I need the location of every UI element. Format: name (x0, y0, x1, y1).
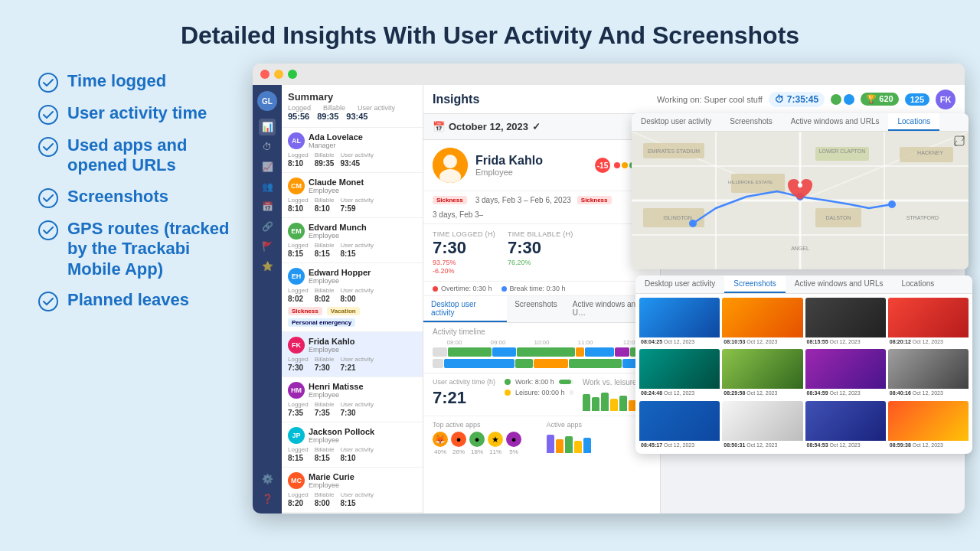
sidebar-icon-calendar[interactable]: 📅 (259, 198, 276, 215)
screenshot-thumb[interactable]: 08:54:53 Oct 12, 2023 (805, 401, 886, 450)
maximize-button[interactable] (288, 70, 297, 79)
user-avatar[interactable]: FK (936, 90, 956, 109)
sidebar-icon-users[interactable]: 👥 (259, 178, 276, 195)
apps-section: Top active apps 🦊 40% ● 26% (423, 416, 660, 460)
screenshot-thumb[interactable]: 08:40:16 Oct 12, 2023 (888, 349, 969, 398)
list-item[interactable]: JP Jackson Pollock Employee Logged8:15 B… (282, 422, 423, 468)
screenshot-img (888, 298, 969, 337)
list-item[interactable]: HM Henri Matisse Employee Logged7:35 Bil… (282, 377, 423, 422)
list-item[interactable]: EM Edvard Munch Employee Logged8:15 Bill… (282, 218, 423, 263)
screenshot-img (888, 401, 969, 441)
screenshot-thumb[interactable]: 08:10:53 Oct 12, 2023 (722, 298, 802, 347)
tab-desktop-activity[interactable]: Desktop user activity (423, 296, 507, 322)
screenshot-thumb[interactable]: 08:59:38 Oct 12, 2023 (888, 401, 969, 450)
list-item[interactable]: FK Frida Kahlo Employee Logged7:30 Billa… (282, 332, 423, 377)
check-icon (38, 188, 58, 208)
list-item[interactable]: EH Edward Hopper Employee Logged8:02 Bil… (282, 263, 423, 332)
overtime-info: Overtime: 0:30 h Break time: 0:30 h (423, 282, 660, 296)
sickness-dates2: 3 days, Feb 3– (433, 210, 483, 219)
screenshot-thumb[interactable]: 08:24:48 Oct 12, 2023 (639, 349, 720, 398)
avatar: EH (288, 268, 305, 285)
tab-active-windows-ss[interactable]: Active windows and URLs (786, 276, 893, 293)
sidebar-user-avatar[interactable]: GL (257, 91, 277, 111)
svg-text:HACKNEY: HACKNEY (917, 150, 943, 155)
sidebar-icon-clock[interactable]: ⏱ (259, 139, 276, 155)
app-icon-chrome: ● (451, 432, 466, 447)
sidebar-icon-chart[interactable]: 📈 (259, 158, 276, 175)
sidebar-icon-help[interactable]: ❓ (259, 491, 276, 507)
user-name: Claude Monet (309, 178, 364, 187)
minimize-button[interactable] (274, 70, 283, 79)
tab-locations-map[interactable]: Locations (888, 113, 939, 131)
tab-active-windows-map[interactable]: Active windows and URLs (782, 113, 889, 131)
avatar: HM (288, 382, 305, 399)
metric-logged: Time logged (h) 7:30 93.75% -6.20% (433, 230, 495, 275)
screenshot-thumb[interactable]: 08:50:31 Oct 12, 2023 (722, 401, 802, 450)
app-icon-firefox: 🦊 (433, 432, 448, 447)
check-icon (38, 137, 58, 157)
feature-used-apps: Used apps and opened URLs (38, 135, 230, 176)
tab-screenshots[interactable]: Screenshots (507, 296, 565, 322)
svg-text:STRATFORD: STRATFORD (906, 215, 939, 220)
screenshot-thumb[interactable]: 08:20:12 Oct 12, 2023 (888, 298, 969, 347)
sidebar-icon-star[interactable]: ⭐ (259, 258, 276, 275)
tab-locations-ss[interactable]: Locations (892, 276, 943, 293)
sickness-dates: 3 days, Feb 3 – Feb 6, 2023 (475, 196, 571, 204)
screenshot-thumb[interactable]: 08:04:25 Oct 12, 2023 (639, 298, 720, 347)
screenshot-img (639, 401, 720, 441)
feature-label: Planned leaves (67, 290, 189, 310)
employee-name: Frida Kahlo (475, 154, 543, 168)
user-role: Employee (309, 346, 355, 354)
panel-tabs-map: Desktop user activity Screenshots Active… (632, 113, 969, 132)
sidebar-icon-link[interactable]: 🔗 (259, 218, 276, 235)
close-button[interactable] (260, 70, 270, 79)
tab-screenshots-map[interactable]: Screenshots (720, 113, 782, 131)
activity-progress: Work: 8:00 h Leisure: 00:00 h (505, 378, 573, 411)
metric-billable: Time billable (h) 7:30 76.20% (508, 230, 573, 275)
list-item[interactable]: CM Claude Monet Employee Logged8:10 Bill… (282, 173, 423, 218)
user-name: Edvard Munch (309, 223, 367, 232)
svg-text:LOWER CLAPTON: LOWER CLAPTON (819, 148, 866, 154)
app-pct: 40% (434, 448, 446, 455)
svg-point-3 (39, 189, 57, 207)
svg-point-34 (888, 201, 896, 208)
app-icon-chrome2: ● (469, 432, 485, 447)
user-activity-section: User activity time (h) 7:21 Work: 8:00 h (423, 373, 660, 416)
screenshot-img (888, 349, 969, 389)
timeline-section: Activity timeline 08:00 09:00 10:00 11:0… (423, 323, 660, 373)
avatar: FK (288, 337, 305, 354)
app-title: Insights (433, 93, 479, 106)
summary-label: Summary (288, 91, 333, 103)
svg-point-32 (689, 220, 697, 227)
user-role: Employee (309, 481, 354, 489)
screenshot-thumb[interactable]: 08:45:17 Oct 12, 2023 (639, 401, 720, 450)
screenshots-grid: 08:04:25 Oct 12, 2023 08:10:53 Oct 12, 2… (635, 294, 972, 454)
screenshot-thumb[interactable]: 08:34:59 Oct 12, 2023 (805, 349, 886, 398)
feature-gps: GPS routes (tracked by the Trackabi Mobi… (38, 219, 230, 279)
screenshot-thumb[interactable]: 08:29:58 Oct 12, 2023 (722, 349, 802, 398)
feature-time-logged: Time logged (38, 71, 230, 93)
tab-desktop-activity-map[interactable]: Desktop user activity (632, 113, 720, 131)
sidebar-icon-flag[interactable]: 🚩 (259, 238, 276, 255)
summary-activity: User activity (358, 104, 395, 112)
screenshot-thumb[interactable]: 08:15:55 Oct 12, 2023 (805, 298, 886, 347)
top-bar: Insights Working on: Super cool stuff ⏱ … (423, 85, 965, 114)
leisure-label: Leisure: 00:00 h (515, 389, 565, 396)
tab-desktop-ss[interactable]: Desktop user activity (635, 276, 724, 293)
users-scroll[interactable]: AL Ada Lovelace Manager Logged8:10 Billa… (282, 128, 423, 513)
screenshot-img (639, 349, 720, 389)
page-title: Detailed Insights With User Activity And… (0, 0, 980, 64)
level-badge: 125 (905, 93, 929, 106)
list-item[interactable]: AL Ada Lovelace Manager Logged8:10 Billa… (282, 128, 423, 173)
efficiency-pct: 93.75% (433, 259, 495, 266)
app-icon-5: ● (506, 432, 521, 447)
panel-tabs-screenshots: Desktop user activity Screenshots Active… (635, 276, 972, 294)
tab-screenshots-ss[interactable]: Screenshots (724, 276, 786, 293)
list-item[interactable]: MC Marie Curie Employee Logged8:20 Billa… (282, 468, 423, 513)
leisure-progress-bar (570, 390, 573, 395)
features-list: Time logged User activity time Used apps… (15, 64, 237, 322)
sidebar-icon-settings[interactable]: ⚙️ (259, 471, 276, 487)
sidebar-icon-insights[interactable]: 📊 (259, 119, 276, 135)
svg-point-7 (443, 155, 457, 168)
user-name: Frida Kahlo (309, 337, 355, 346)
